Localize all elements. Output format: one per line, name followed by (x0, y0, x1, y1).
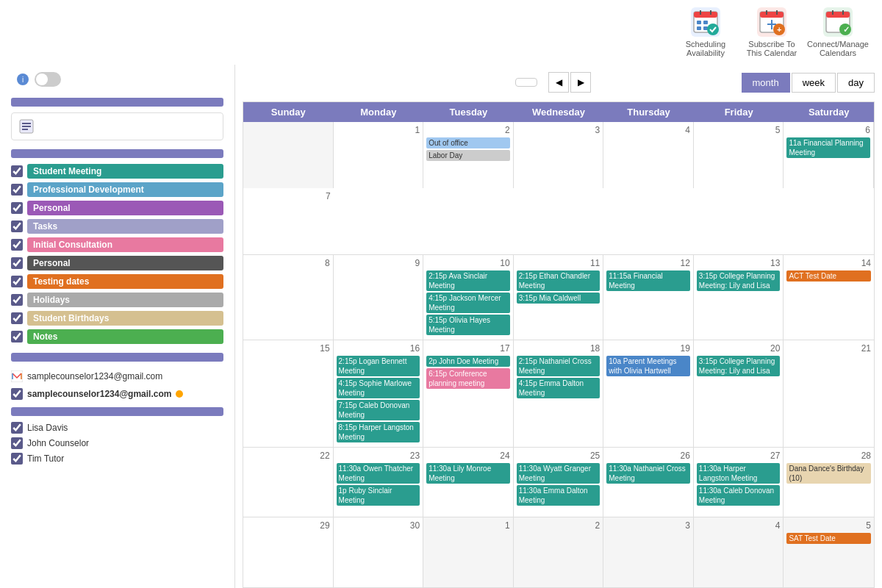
connected-checkbox[interactable] (11, 388, 23, 400)
category-checkbox-7[interactable] (11, 294, 23, 306)
cal-day-0-4[interactable]: 4 (603, 122, 694, 188)
next-arrow-button[interactable]: ▶ (570, 72, 591, 93)
event-item[interactable]: 3:15p College Planning Meeting: Lily and… (697, 270, 781, 291)
prev-arrow-button[interactable]: ◀ (548, 72, 569, 93)
event-item[interactable]: 1p Ruby Sinclair Meeting (337, 485, 420, 506)
cal-day-0-1[interactable]: 1 (334, 122, 424, 188)
event-item[interactable]: 11:30a Owen Thatcher Meeting (337, 463, 420, 484)
cal-day-4-4[interactable]: 3 (603, 517, 694, 587)
event-item[interactable]: Out of office (426, 137, 510, 148)
subscribe-calendar-button[interactable]: + Subscribe ToThis Calendar (742, 7, 801, 57)
connect-manage-button[interactable]: ✓ Connect/ManageCalendars (808, 7, 867, 57)
cal-day-3-5[interactable]: 2711:30a Harper Langston Meeting11:30a C… (694, 448, 784, 517)
event-item[interactable]: 11:30a Caleb Donovan Meeting (697, 485, 781, 506)
cal-day-3-2[interactable]: 2411:30a Lily Monroe Meeting (423, 448, 514, 517)
teammate-label-2: Tim Tutor (27, 453, 64, 464)
day-view-button[interactable]: day (837, 73, 875, 93)
cal-day-0-2[interactable]: 2Out of officeLabor Day (423, 122, 514, 188)
cal-day-1-6[interactable]: 14ACT Test Date (784, 255, 874, 340)
hide-event-titles-toggle[interactable] (35, 72, 61, 87)
cal-day-1-2[interactable]: 102:15p Ava Sinclair Meeting4:15p Jackso… (423, 255, 514, 340)
cal-day-4-3[interactable]: 2 (514, 517, 604, 587)
svg-rect-26 (22, 129, 28, 130)
event-item[interactable]: 6:15p Conference planning meeting (426, 368, 510, 389)
category-checkbox-3[interactable] (11, 220, 23, 232)
month-view-button[interactable]: month (742, 73, 790, 93)
cal-day-2-3[interactable]: 182:15p Nathaniel Cross Meeting4:15p Emm… (514, 340, 604, 447)
week-view-button[interactable]: week (792, 73, 836, 93)
event-item[interactable]: 11:30a Nathaniel Cross Meeting (606, 463, 690, 484)
cal-day-1-5[interactable]: 133:15p College Planning Meeting: Lily a… (694, 255, 784, 340)
event-item[interactable]: 2:15p Logan Bennett Meeting (337, 356, 420, 376)
event-item[interactable]: 2:15p Nathaniel Cross Meeting (517, 356, 600, 376)
cal-day-2-4[interactable]: 1910a Parent Meetings with Olivia Hartwe… (603, 340, 694, 447)
day-number: 23 (337, 451, 420, 461)
event-item[interactable]: 11:30a Wyatt Granger Meeting (517, 463, 600, 484)
cal-day-2-6[interactable]: 21 (784, 340, 874, 447)
cal-day-3-3[interactable]: 2511:30a Wyatt Granger Meeting11:30a Emm… (514, 448, 604, 517)
student-meetings-report-item[interactable] (11, 112, 223, 140)
event-item[interactable]: 11:30a Lily Monroe Meeting (426, 463, 510, 484)
connected-email-2: samplecounselor1234@gmail.com (27, 389, 171, 399)
cal-day-4-1[interactable]: 30 (334, 517, 424, 587)
cal-day-3-6[interactable]: 28Dana Dance's Birthday (10) (784, 448, 874, 517)
teammate-checkbox-2[interactable] (11, 453, 23, 465)
cal-day-1-4[interactable]: 1211:15a Financial Meeting (603, 255, 694, 340)
event-item[interactable]: 2:15p Ethan Chandler Meeting (517, 270, 600, 291)
cal-day-0-7[interactable]: 7 (243, 188, 334, 254)
cal-day-0-6[interactable]: 611a Financial Planning Meeting (784, 122, 874, 188)
info-icon[interactable]: i (17, 74, 29, 85)
cal-day-1-1[interactable]: 9 (334, 255, 424, 340)
cal-day-2-0[interactable]: 15 (243, 340, 334, 447)
event-item[interactable]: 7:15p Caleb Donovan Meeting (337, 400, 420, 420)
cal-day-2-1[interactable]: 162:15p Logan Bennett Meeting4:15p Sophi… (334, 340, 424, 447)
event-item[interactable]: 4:15p Jackson Mercer Meeting (426, 293, 510, 313)
event-item[interactable]: 3:15p Mia Caldwell (517, 293, 600, 304)
category-checkbox-0[interactable] (11, 165, 23, 177)
cal-day-0-3[interactable]: 3 (514, 122, 604, 188)
teammate-checkbox-1[interactable] (11, 437, 23, 449)
cal-day-2-2[interactable]: 172p John Doe Meeting6:15p Conference pl… (423, 340, 514, 447)
event-item[interactable]: ACT Test Date (786, 270, 871, 282)
category-checkbox-6[interactable] (11, 276, 23, 287)
cal-day-1-0[interactable]: 8 (243, 255, 334, 340)
event-item[interactable]: Dana Dance's Birthday (10) (786, 463, 871, 484)
category-checkbox-8[interactable] (11, 312, 23, 324)
event-item[interactable]: 11:15a Financial Meeting (606, 270, 690, 291)
event-item[interactable]: 2:15p Ava Sinclair Meeting (426, 270, 510, 291)
event-item[interactable]: 3:15p College Planning Meeting: Lily and… (697, 356, 781, 376)
cal-day-4-5[interactable]: 4 (694, 517, 784, 587)
cal-day-4-2[interactable]: 1 (423, 517, 514, 587)
cal-day-4-6[interactable]: 5SAT Test Date (784, 517, 874, 587)
event-item[interactable]: 4:15p Sophie Marlowe Meeting (337, 378, 420, 398)
category-checkbox-5[interactable] (11, 257, 23, 269)
teammate-checkbox-0[interactable] (11, 422, 23, 434)
category-checkbox-4[interactable] (11, 239, 23, 251)
event-item[interactable]: 8:15p Harper Langston Meeting (337, 422, 420, 442)
category-checkbox-9[interactable] (11, 331, 23, 343)
event-item[interactable]: 2p John Doe Meeting (426, 356, 510, 367)
cal-day-2-5[interactable]: 203:15p College Planning Meeting: Lily a… (694, 340, 784, 447)
event-item[interactable]: 4:15p Emma Dalton Meeting (517, 378, 600, 398)
event-item[interactable]: 10a Parent Meetings with Olivia Hartwell (606, 356, 690, 376)
cal-day-0-0[interactable] (243, 122, 334, 188)
cal-day-3-1[interactable]: 2311:30a Owen Thatcher Meeting1p Ruby Si… (334, 448, 424, 517)
cal-day-1-3[interactable]: 112:15p Ethan Chandler Meeting3:15p Mia … (514, 255, 604, 340)
day-header-sun: Sunday (243, 102, 334, 122)
today-button[interactable] (515, 78, 537, 87)
event-item[interactable]: 11a Financial Planning Meeting (786, 137, 870, 158)
event-item[interactable]: 11:30a Emma Dalton Meeting (517, 485, 600, 506)
event-item[interactable]: 11:30a Harper Langston Meeting (697, 463, 781, 484)
cal-day-3-0[interactable]: 22 (243, 448, 334, 517)
event-item[interactable]: 5:15p Olivia Hayes Meeting (426, 315, 510, 335)
calendar-week-4: 293012345SAT Test Date (243, 517, 874, 587)
cal-day-4-0[interactable]: 29 (243, 517, 334, 587)
category-label-0: Student Meeting (27, 164, 223, 179)
cal-day-3-4[interactable]: 2611:30a Nathaniel Cross Meeting (603, 448, 694, 517)
category-checkbox-1[interactable] (11, 184, 23, 196)
event-item[interactable]: Labor Day (426, 150, 510, 161)
scheduling-availability-button[interactable]: SchedulingAvailability (676, 7, 735, 57)
cal-day-0-5[interactable]: 5 (694, 122, 784, 188)
category-checkbox-2[interactable] (11, 202, 23, 214)
event-item[interactable]: SAT Test Date (786, 533, 871, 544)
